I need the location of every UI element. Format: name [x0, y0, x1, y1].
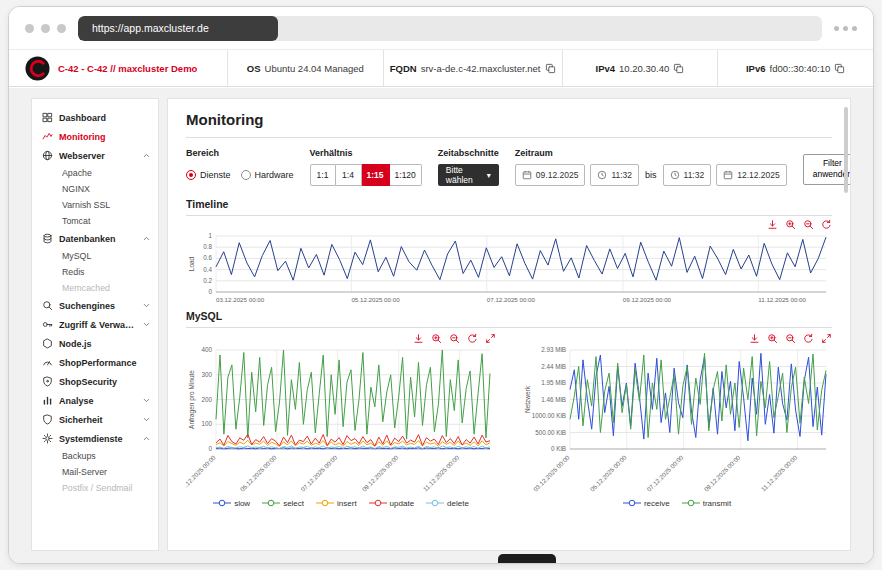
copy-icon[interactable]: [673, 63, 684, 74]
cluster-name: C-42 - C-42 // maxcluster Demo: [58, 63, 197, 74]
sidebar-item-zugriff-verwaltung[interactable]: Zugriff & Verwaltung: [32, 315, 158, 334]
sidebar-item-shopperformance[interactable]: ShopPerformance: [32, 353, 158, 372]
download-icon[interactable]: [767, 219, 778, 230]
cluster-segment[interactable]: C-42 - C-42 // maxcluster Demo: [9, 50, 227, 86]
sidebar-item-mail-server[interactable]: Mail-Server: [32, 464, 158, 480]
sidebar-item-label: Datenbanken: [59, 234, 136, 244]
date-from-field[interactable]: 09.12.2025: [515, 164, 586, 186]
ratio-button-1-15[interactable]: 1:15: [362, 164, 390, 186]
radio-hardware[interactable]: Hardware: [241, 170, 294, 180]
browser-menu-icon[interactable]: [834, 26, 857, 31]
legend-item-delete[interactable]: delete: [426, 498, 469, 508]
dashboard-icon: [42, 112, 53, 123]
zoom-in-icon[interactable]: [767, 333, 778, 344]
legend-item-receive[interactable]: receive: [623, 498, 670, 508]
legend-label: insert: [337, 499, 357, 508]
svg-text:07.12.2025 00:00: 07.12.2025 00:00: [299, 453, 338, 492]
download-icon[interactable]: [749, 333, 760, 344]
sidebar-item-shopsecurity[interactable]: ShopSecurity: [32, 372, 158, 391]
legend-item-update[interactable]: update: [369, 498, 414, 508]
ratio-group: 1:11:41:151:120: [310, 164, 422, 186]
expand-icon[interactable]: [485, 333, 496, 344]
sidebar-item-webserver[interactable]: Webserver: [32, 146, 158, 165]
ratio-button-1-120[interactable]: 1:120: [390, 164, 422, 186]
sidebar-item-backups[interactable]: Backups: [32, 448, 158, 464]
svg-text:1: 1: [208, 232, 212, 239]
radio-dot-icon: [241, 170, 251, 180]
refresh-icon[interactable]: [467, 333, 478, 344]
svg-text:0.8: 0.8: [203, 243, 212, 250]
content-area: DashboardMonitoringWebserverApacheNGINXV…: [9, 88, 873, 563]
refresh-icon[interactable]: [821, 219, 832, 230]
verhaeltnis-group: Verhältnis 1:11:41:151:120: [310, 148, 422, 186]
legend-item-transmit[interactable]: transmit: [682, 498, 731, 508]
url-text[interactable]: https://app.maxcluster.de: [78, 16, 278, 41]
sidebar-item-label: Dashboard: [59, 113, 151, 123]
window-maximize-button[interactable]: [57, 24, 66, 33]
sidebar-item-postfix-sendmail[interactable]: Postfix / Sendmail: [32, 480, 158, 496]
zoom-in-icon[interactable]: [785, 219, 796, 230]
timeline-section-title: Timeline: [186, 198, 832, 216]
sidebar-item-systemdienste[interactable]: Systemdienste: [32, 429, 158, 448]
svg-text:09.12.2025 00:00: 09.12.2025 00:00: [702, 453, 741, 492]
radio-dienste[interactable]: Dienste: [186, 170, 231, 180]
zoom-out-icon[interactable]: [785, 333, 796, 344]
ratio-button-1-1[interactable]: 1:1: [310, 164, 336, 186]
zoom-in-icon[interactable]: [431, 333, 442, 344]
zeitabschnitte-select[interactable]: Bitte wählen ▾: [438, 164, 499, 186]
legend-item-select[interactable]: select: [262, 498, 304, 508]
time-to-field[interactable]: 11:32: [663, 164, 712, 186]
legend-item-insert[interactable]: insert: [316, 498, 357, 508]
expand-icon[interactable]: [821, 333, 832, 344]
timeline-chart[interactable]: 00.20.40.60.8103.12.2025 00:0005.12.2025…: [186, 231, 832, 307]
legend-marker-icon: [316, 498, 334, 508]
zoom-out-icon[interactable]: [803, 219, 814, 230]
sidebar-item-mysql[interactable]: MySQL: [32, 248, 158, 264]
mysql-network-chart[interactable]: 0 KiB500.00 KiB1000.00 KiB1.46 MiB1.95 M…: [522, 345, 832, 495]
window-controls[interactable]: [25, 24, 66, 33]
sidebar-item-redis[interactable]: Redis: [32, 264, 158, 280]
copy-icon[interactable]: [545, 63, 556, 74]
header-segment-ipv6: IPv6fd00::30:40:10: [717, 50, 873, 86]
download-icon[interactable]: [413, 333, 424, 344]
window-minimize-button[interactable]: [41, 24, 50, 33]
sidebar-item-analyse[interactable]: Analyse: [32, 391, 158, 410]
sidebar-item-sicherheit[interactable]: Sicherheit: [32, 410, 158, 429]
sidebar-item-datenbanken[interactable]: Datenbanken: [32, 229, 158, 248]
sidebar-item-label: ShopSecurity: [59, 377, 151, 387]
date-to-field[interactable]: 12.12.2025: [716, 164, 787, 186]
svg-text:100: 100: [201, 420, 212, 427]
legend-marker-icon: [682, 498, 700, 508]
sidebar-item-label: Sicherheit: [59, 415, 136, 425]
time-from-field[interactable]: 11:32: [590, 164, 639, 186]
window-close-button[interactable]: [25, 24, 34, 33]
address-bar[interactable]: https://app.maxcluster.de: [78, 16, 822, 41]
sidebar-item-node-js[interactable]: Node.js: [32, 334, 158, 353]
sidebar-item-suchengines[interactable]: Suchengines: [32, 296, 158, 315]
zoom-out-icon[interactable]: [449, 333, 460, 344]
legend-label: slow: [234, 499, 250, 508]
refresh-icon[interactable]: [803, 333, 814, 344]
queries-chart-tools: [186, 333, 496, 344]
vertical-scrollbar-thumb[interactable]: [844, 107, 848, 193]
ratio-button-1-4[interactable]: 1:4: [336, 164, 362, 186]
sidebar-item-apache[interactable]: Apache: [32, 165, 158, 181]
sidebar-item-dashboard[interactable]: Dashboard: [32, 108, 158, 127]
sidebar-item-monitoring[interactable]: Monitoring: [32, 127, 158, 146]
shield-icon: [42, 414, 53, 425]
mysql-queries-chart[interactable]: 010020030040003.12.2025 00:0005.12.2025 …: [186, 345, 496, 495]
sidebar-item-varnish-ssl[interactable]: Varnish SSL: [32, 197, 158, 213]
horizontal-scrollbar-thumb[interactable]: [498, 554, 556, 563]
sidebar-item-nginx[interactable]: NGINX: [32, 181, 158, 197]
bereich-radios: DiensteHardware: [186, 164, 294, 186]
sidebar-item-tomcat[interactable]: Tomcat: [32, 213, 158, 229]
network-chart-tools: [522, 333, 832, 344]
sidebar-item-label: Monitoring: [59, 132, 151, 142]
mysql-queries-block: 010020030040003.12.2025 00:0005.12.2025 …: [186, 330, 496, 508]
page-title: Monitoring: [186, 111, 832, 138]
legend-marker-icon: [623, 498, 641, 508]
sidebar-item-memcached[interactable]: Memcached: [32, 280, 158, 296]
legend-item-slow[interactable]: slow: [213, 498, 250, 508]
copy-icon[interactable]: [834, 63, 845, 74]
bereich-label: Bereich: [186, 148, 294, 158]
